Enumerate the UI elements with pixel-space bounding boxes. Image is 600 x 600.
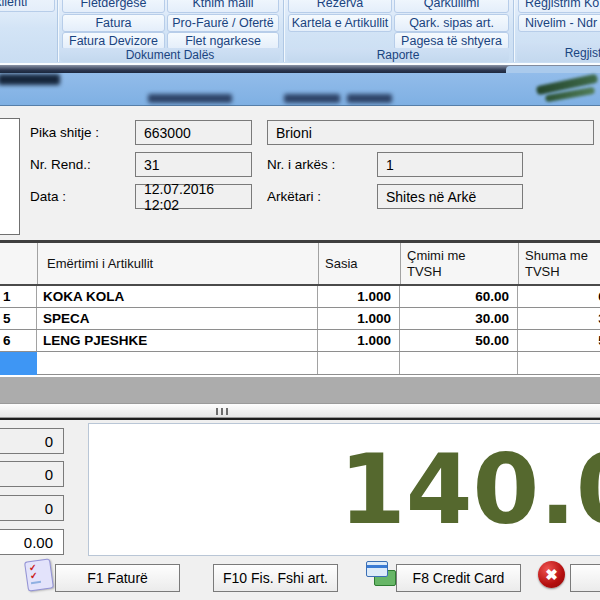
ribbon-item-qark-sipas-art[interactable]: Qark. sipas art. [394, 14, 509, 32]
document-title-band [0, 73, 600, 106]
close-icon[interactable]: ✖ [538, 561, 565, 588]
item-price-cell: 30.00 [400, 308, 518, 329]
column-header-qty[interactable]: Sasia [325, 243, 358, 284]
ribbon-item-kartela-e-artikullit[interactable]: Kartela e Artikullit [288, 14, 392, 32]
item-name-cell [37, 352, 318, 374]
pika-shitje-code-field[interactable]: 663000 [135, 120, 252, 145]
summary-field-3[interactable]: 0 [0, 495, 64, 521]
item-price-cell [400, 352, 518, 374]
column-header-total[interactable]: Shuma me TVSH [525, 247, 600, 281]
summary-field-1[interactable]: 0 [0, 428, 64, 454]
redacted-company-name [0, 74, 60, 85]
items-table: Emërtimi i Artikullit Sasia Çmimi me TVS… [0, 243, 600, 377]
table-row[interactable]: 1 KOKA KOLA 1.000 60.00 60.00 [0, 286, 600, 308]
total-amount: 140.00 [339, 424, 600, 555]
row-number-cell: 1 [0, 286, 37, 307]
item-name-cell: LENG PJESHKE [37, 330, 318, 351]
ribbon-item-rezerva[interactable]: Rezerva [288, 0, 392, 13]
row-number-cell: 6 [0, 330, 37, 351]
grid-line [37, 243, 38, 284]
grid-line [400, 243, 401, 284]
item-qty-cell: 1.000 [318, 286, 400, 307]
arketari-field[interactable]: Shites në Arkë [377, 184, 523, 209]
ribbon-group-dokument-dales: Fletdërgesë Fatura Fatura Devizore Kthim… [58, 0, 282, 63]
data-field[interactable]: 12.07.2016 12:02 [135, 184, 252, 209]
side-listbox[interactable] [0, 118, 20, 235]
item-name-cell: SPECA [37, 308, 318, 329]
grid-line [318, 243, 319, 284]
nr-arkes-field[interactable]: 1 [377, 152, 523, 177]
ribbon-item-qarkullimi[interactable]: Qarkullimi [394, 0, 509, 13]
ribbon-item-nivelim[interactable]: Nivelim - Ndr [518, 14, 600, 32]
invoice-icon: ✔✔ [24, 558, 54, 591]
item-total-cell [518, 352, 600, 374]
nr-arkes-label: Nr. i arkës : [267, 152, 335, 177]
partial-button[interactable] [570, 564, 600, 592]
table-row[interactable]: 5 SPECA 1.000 30.00 30.00 [0, 308, 600, 330]
item-price-cell: 60.00 [400, 286, 518, 307]
ribbon-item-regjistrim[interactable]: Regjistrim Ko [518, 0, 600, 13]
nr-rend-label: Nr. Rend.: [30, 152, 91, 177]
redacted-text [347, 94, 392, 103]
ribbon-item-kthim-malli[interactable]: Kthim malli [167, 0, 279, 13]
grid-line [518, 243, 519, 284]
ribbon-item-fatura[interactable]: Fatura [62, 14, 165, 32]
column-header-price[interactable]: Çmimi me TVSH [407, 247, 487, 281]
table-row-empty[interactable] [0, 352, 600, 375]
summary-field-amount[interactable]: 0.00 [0, 529, 64, 555]
summary-field-2[interactable]: 0 [0, 461, 64, 487]
nr-rend-field[interactable]: 31 [135, 152, 252, 177]
column-header-name[interactable]: Emërtimi i Artikullit [47, 243, 153, 284]
ribbon-group-label-dokument-dales: Dokument Dalës [60, 48, 280, 62]
pos-window: ga klienti Fletdërgesë Fatura Fatura Dev… [0, 0, 600, 600]
ribbon-item-nga-klienti[interactable]: ga klienti [0, 0, 55, 12]
row-number-cell: 5 [0, 308, 37, 329]
divider-band-tab [506, 66, 600, 73]
ribbon-item-fletdergese[interactable]: Fletdërgesë [62, 0, 165, 13]
grid-background-band [0, 377, 600, 403]
item-price-cell: 50.00 [400, 330, 518, 351]
ribbon-group-regjistrime: Regjistrim Ko Nivelim - Ndr Regjistr [515, 0, 600, 63]
item-qty-cell: 1.000 [318, 308, 400, 329]
payment-panel: 0 0 0 0.00 140.00 ✔✔ F1 Faturë F10 Fis. … [0, 420, 600, 600]
item-name-cell: KOKA KOLA [37, 286, 318, 307]
item-qty-cell [318, 352, 400, 374]
credit-card-icon [366, 561, 396, 588]
ribbon-group-label-regjistrime: Regjistr [517, 43, 600, 62]
horizontal-splitter[interactable] [0, 403, 600, 418]
f1-fature-button[interactable]: F1 Faturë [55, 564, 180, 592]
data-label: Data : [30, 184, 66, 209]
pika-shitje-label: Pika shitje : [30, 120, 99, 145]
table-header-row: Emërtimi i Artikullit Sasia Çmimi me TVS… [0, 243, 600, 286]
item-total-cell: 30.00 [518, 308, 600, 329]
f8-credit-card-button[interactable]: F8 Credit Card [396, 564, 521, 592]
ribbon-group-label-raporte: Raporte [287, 48, 509, 62]
item-total-cell: 60.00 [518, 286, 600, 307]
selected-cell-highlight[interactable] [0, 352, 37, 375]
ribbon-group-raporte: Rezerva Kartela e Artikullit Qarkullimi … [285, 0, 511, 63]
pika-shitje-name-field[interactable]: Brioni [267, 120, 594, 145]
ribbon-item-pro-faure-oferte[interactable]: Pro-Faurë / Ofertë [167, 14, 279, 32]
redacted-text [284, 94, 340, 103]
total-display: 140.00 [88, 423, 600, 556]
arketari-label: Arkëtari : [267, 184, 321, 209]
redacted-text [148, 94, 232, 103]
item-qty-cell: 1.000 [318, 330, 400, 351]
item-total-cell: 50.00 [518, 330, 600, 351]
table-row[interactable]: 6 LENG PJESHKE 1.000 50.00 50.00 [0, 330, 600, 352]
splitter-grip-icon[interactable] [216, 408, 228, 415]
sale-header-form: Pika shitje : 663000 Brioni Nr. Rend.: 3… [0, 106, 600, 243]
ribbon-toolbar: ga klienti Fletdërgesë Fatura Fatura Dev… [0, 0, 600, 63]
f10-fshi-art-button[interactable]: F10 Fis. Fshi art. [213, 564, 338, 592]
